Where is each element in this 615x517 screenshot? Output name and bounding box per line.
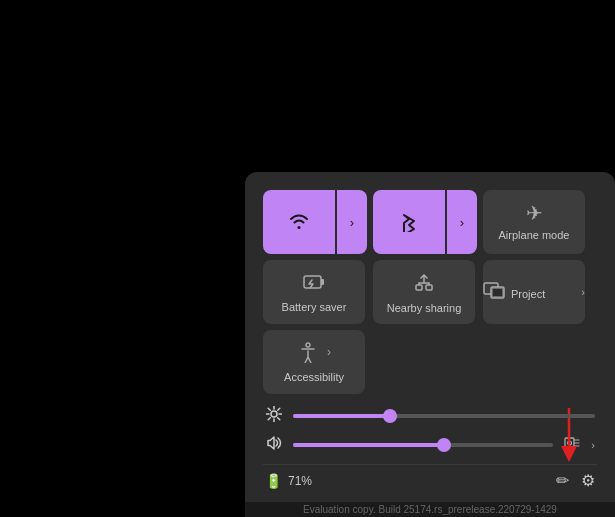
svg-point-7 (306, 343, 310, 347)
brightness-icon (265, 406, 283, 425)
bluetooth-tile-group: › (373, 190, 477, 254)
volume-slider-row: › (265, 435, 595, 454)
nearby-sharing-icon (413, 271, 435, 296)
volume-icon (265, 435, 283, 454)
svg-point-19 (568, 441, 572, 445)
accessibility-button[interactable]: › Accessibility (263, 330, 365, 394)
tiles-row-1: › › ✈ Airplane mode (263, 190, 597, 254)
footer-actions: ✏ ⚙ (556, 471, 595, 490)
project-chevron-icon: › (581, 286, 585, 298)
bluetooth-button[interactable] (373, 190, 445, 254)
quick-settings-panel: › › ✈ Airplane mode (245, 172, 615, 502)
volume-track[interactable] (293, 443, 553, 447)
wifi-icon (288, 212, 310, 233)
bluetooth-icon (401, 210, 417, 235)
volume-fill (293, 443, 444, 447)
wifi-tile-group: › (263, 190, 367, 254)
nearby-sharing-label: Nearby sharing (387, 302, 462, 314)
airplane-mode-button[interactable]: ✈ Airplane mode (483, 190, 585, 254)
wifi-chevron-icon: › (350, 215, 354, 230)
sliders-section: › (263, 406, 597, 454)
tiles-row-2: Battery saver Nearby sharing (263, 260, 597, 324)
battery-saver-icon (303, 272, 325, 295)
nearby-sharing-button[interactable]: Nearby sharing (373, 260, 475, 324)
accessibility-icon: › (297, 341, 331, 363)
svg-rect-1 (321, 279, 324, 285)
svg-rect-0 (304, 276, 321, 288)
svg-line-17 (268, 418, 270, 420)
project-icon (483, 282, 505, 303)
battery-saver-button[interactable]: Battery saver (263, 260, 365, 324)
battery-icon: 🔋 (265, 473, 282, 489)
brightness-slider-row (265, 406, 595, 425)
volume-thumb[interactable] (437, 438, 451, 452)
tiles-row-3: › Accessibility (263, 330, 597, 394)
accessibility-label: Accessibility (284, 371, 344, 383)
svg-rect-3 (426, 285, 432, 290)
eval-bar: Evaluation copy. Build 25174.rs_prerelea… (245, 502, 615, 517)
brightness-fill (293, 414, 390, 418)
airplane-label: Airplane mode (499, 229, 570, 241)
project-label: Project (511, 288, 545, 300)
settings-button[interactable]: ⚙ (581, 471, 595, 490)
battery-level: 71% (288, 474, 312, 488)
bluetooth-chevron-icon: › (460, 215, 464, 230)
project-button[interactable]: Project › (483, 260, 585, 324)
volume-chevron-icon[interactable]: › (591, 439, 595, 451)
svg-line-16 (278, 408, 280, 410)
wifi-button[interactable] (263, 190, 335, 254)
battery-saver-label: Battery saver (282, 301, 347, 313)
svg-line-14 (268, 408, 270, 410)
footer: 🔋 71% ✏ ⚙ (263, 464, 597, 492)
battery-info: 🔋 71% (265, 473, 312, 489)
svg-rect-18 (565, 438, 574, 448)
brightness-thumb[interactable] (383, 409, 397, 423)
edit-button[interactable]: ✏ (556, 471, 569, 490)
svg-rect-5 (491, 287, 504, 298)
svg-line-15 (278, 418, 280, 420)
bluetooth-chevron-button[interactable]: › (447, 190, 477, 254)
volume-end-icon (563, 435, 581, 454)
brightness-track[interactable] (293, 414, 595, 418)
wifi-chevron-button[interactable]: › (337, 190, 367, 254)
svg-rect-2 (416, 285, 422, 290)
svg-point-9 (271, 411, 277, 417)
airplane-icon: ✈ (526, 203, 543, 223)
